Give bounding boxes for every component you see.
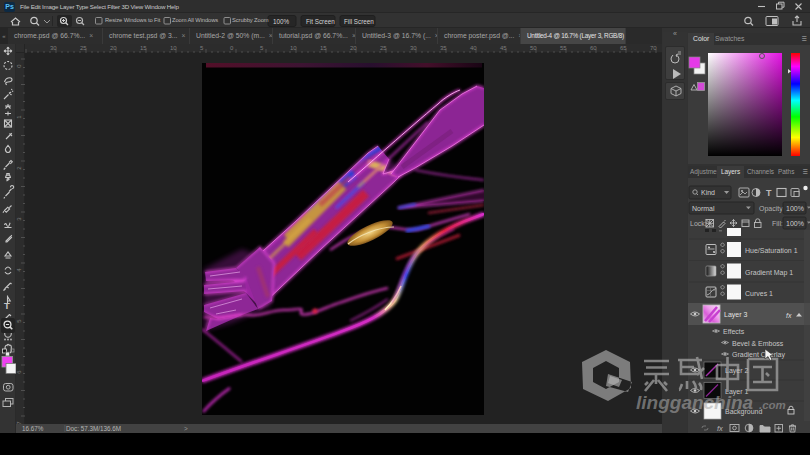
- svg-text:Fill:: Fill:: [772, 220, 783, 227]
- svg-text:lingganchina: lingganchina: [636, 392, 754, 413]
- svg-text:Opacity:: Opacity:: [759, 205, 785, 213]
- svg-text:100%: 100%: [786, 220, 804, 227]
- svg-text:Curves 1: Curves 1: [745, 290, 773, 297]
- svg-text:Layer 3: Layer 3: [724, 311, 747, 319]
- svg-text:Hue/Saturation 1: Hue/Saturation 1: [745, 247, 798, 254]
- svg-text:T: T: [4, 300, 10, 311]
- svg-text:.com: .com: [759, 399, 786, 411]
- svg-text:Lock:: Lock:: [690, 220, 707, 227]
- svg-text:Kind: Kind: [701, 189, 715, 196]
- svg-text:Gradient Map 1: Gradient Map 1: [745, 269, 793, 277]
- svg-text:T: T: [766, 188, 772, 198]
- svg-text:fx: fx: [786, 312, 792, 319]
- svg-text:Normal: Normal: [692, 205, 715, 212]
- svg-text:100%: 100%: [786, 205, 804, 212]
